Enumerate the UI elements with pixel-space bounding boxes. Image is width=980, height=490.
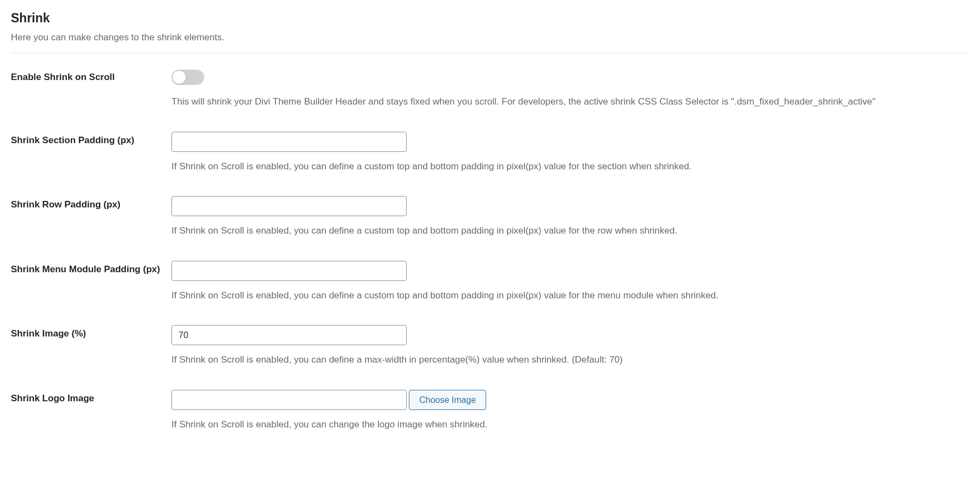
label-row-padding: Shrink Row Padding (px)	[11, 196, 171, 210]
description-logo-image: If Shrink on Scroll is enabled, you can …	[171, 418, 969, 432]
description-menu-padding: If Shrink on Scroll is enabled, you can …	[171, 289, 969, 303]
description-row-padding: If Shrink on Scroll is enabled, you can …	[171, 224, 969, 238]
input-row-padding[interactable]	[171, 196, 407, 216]
input-menu-padding[interactable]	[171, 261, 407, 281]
label-enable-shrink: Enable Shrink on Scroll	[11, 69, 171, 83]
toggle-knob	[173, 71, 186, 84]
description-shrink-image: If Shrink on Scroll is enabled, you can …	[171, 353, 969, 367]
choose-image-button[interactable]: Choose Image	[409, 390, 486, 410]
field-logo-image: Shrink Logo Image Choose Image If Shrink…	[11, 390, 969, 432]
field-menu-padding: Shrink Menu Module Padding (px) If Shrin…	[11, 261, 969, 303]
description-section-padding: If Shrink on Scroll is enabled, you can …	[171, 160, 969, 174]
label-menu-padding: Shrink Menu Module Padding (px)	[11, 261, 171, 275]
input-logo-image[interactable]	[171, 390, 407, 410]
field-shrink-image: Shrink Image (%) If Shrink on Scroll is …	[11, 325, 969, 367]
description-enable-shrink: This will shrink your Divi Theme Builder…	[171, 95, 969, 109]
section-subtitle: Here you can make changes to the shrink …	[11, 32, 969, 43]
input-shrink-image[interactable]	[171, 325, 407, 345]
section-title: Shrink	[11, 11, 969, 26]
label-logo-image: Shrink Logo Image	[11, 390, 171, 404]
section-header: Shrink Here you can make changes to the …	[11, 11, 969, 53]
field-row-padding: Shrink Row Padding (px) If Shrink on Scr…	[11, 196, 969, 238]
toggle-enable-shrink[interactable]	[171, 70, 204, 85]
label-section-padding: Shrink Section Padding (px)	[11, 132, 171, 146]
label-shrink-image: Shrink Image (%)	[11, 325, 171, 339]
field-section-padding: Shrink Section Padding (px) If Shrink on…	[11, 132, 969, 174]
field-enable-shrink: Enable Shrink on Scroll This will shrink…	[11, 69, 969, 109]
input-section-padding[interactable]	[171, 132, 407, 152]
